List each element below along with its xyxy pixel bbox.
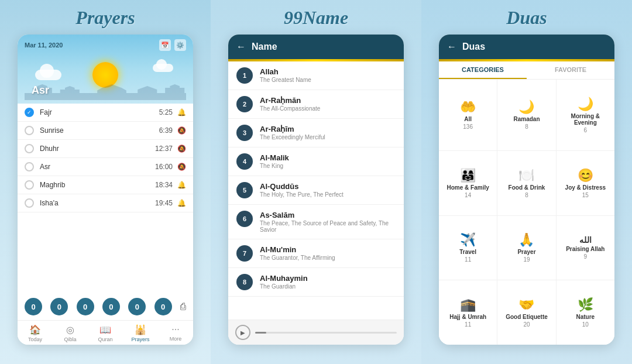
nav-quran[interactable]: 📖 Quran bbox=[88, 324, 123, 342]
nav-prayers-label: Prayers bbox=[131, 336, 149, 342]
morning-evening-icon: 🌙 bbox=[578, 97, 593, 112]
category-travel[interactable]: ✈️ Travel 11 bbox=[439, 216, 497, 280]
audio-player: ▶ bbox=[228, 320, 404, 345]
name-item-3[interactable]: 3 Ar-Raḥīm The Exceedingly Merciful bbox=[228, 119, 404, 147]
name-num-8: 8 bbox=[236, 274, 253, 290]
category-morning-evening[interactable]: 🌙 Morning & Evening 6 bbox=[557, 80, 614, 150]
name-item-1[interactable]: 1 Allah The Greatest Name bbox=[228, 61, 404, 90]
duas-categories-grid: 🤲 All 136 🌙 Ramadan 8 🌙 Morning & Evenin… bbox=[439, 80, 614, 345]
category-all[interactable]: 🤲 All 136 bbox=[439, 80, 497, 150]
maghrib-check[interactable] bbox=[25, 180, 34, 190]
name-list: 1 Allah The Greatest Name 2 Ar-Raḥmān Th… bbox=[228, 61, 404, 320]
nav-today-label: Today bbox=[28, 336, 42, 342]
category-hajj[interactable]: 🕋 Hajj & Umrah 11 bbox=[439, 280, 497, 345]
name-arabic-5: Al-Quddūs bbox=[260, 182, 396, 191]
more-icon: ··· bbox=[171, 324, 179, 335]
dhuhr-check[interactable] bbox=[25, 144, 34, 153]
settings-icon[interactable]: ⚙️ bbox=[174, 39, 186, 51]
category-morning-name: Morning & Evening bbox=[560, 113, 611, 126]
asr-name: Asr bbox=[40, 163, 155, 171]
category-morning-count: 6 bbox=[584, 127, 588, 133]
category-joy-distress[interactable]: 😊 Joy & Distress 15 bbox=[557, 151, 614, 215]
tab-categories[interactable]: CATEGORIES bbox=[439, 61, 527, 79]
name-num-6: 6 bbox=[236, 211, 253, 227]
maghrib-bell[interactable]: 🔔 bbox=[177, 181, 186, 189]
calendar-icon[interactable]: 📅 bbox=[159, 39, 171, 51]
category-all-count: 136 bbox=[463, 123, 473, 130]
category-food-count: 8 bbox=[525, 192, 528, 198]
nav-qibla-label: Qibla bbox=[64, 336, 76, 342]
name-back-button[interactable]: ← bbox=[236, 42, 246, 52]
dhuhr-time: 12:37 bbox=[155, 145, 173, 153]
category-home-count: 14 bbox=[465, 192, 471, 198]
food-drink-icon: 🍽️ bbox=[518, 168, 534, 183]
name-item-7[interactable]: 7 Al-Mu'min The Guarantor, The Affirming bbox=[228, 239, 404, 268]
maghrib-time: 18:34 bbox=[155, 181, 173, 189]
prayers-date: Mar 11, 2020 bbox=[25, 42, 63, 49]
asr-check[interactable] bbox=[25, 162, 34, 171]
quran-icon: 📖 bbox=[99, 324, 111, 335]
progress-bar[interactable] bbox=[255, 332, 397, 334]
ishaa-check[interactable] bbox=[25, 198, 34, 208]
category-nature[interactable]: 🌿 Nature 10 bbox=[557, 280, 614, 345]
name-title: 99Name bbox=[284, 7, 348, 29]
prayer-maghrib[interactable]: Maghrib 18:34 🔔 bbox=[18, 176, 193, 194]
sunrise-check[interactable] bbox=[25, 126, 34, 135]
share-icon[interactable]: ⎙ bbox=[180, 301, 186, 312]
tab-favorite[interactable]: FAVORITE bbox=[527, 61, 614, 79]
category-home-family[interactable]: 👨‍👩‍👧 Home & Family 14 bbox=[439, 151, 497, 215]
play-button[interactable]: ▶ bbox=[235, 325, 250, 340]
counter-4[interactable]: 0 bbox=[102, 298, 120, 315]
bottom-nav: 🏠 Today ◎ Qibla 📖 Quran 🕌 Prayers ··· Mo… bbox=[18, 320, 193, 345]
category-joy-name: Joy & Distress bbox=[565, 184, 606, 191]
prayers-header-icons: 📅 ⚙️ bbox=[159, 39, 186, 51]
nav-more[interactable]: ··· More bbox=[158, 324, 193, 342]
counter-1[interactable]: 0 bbox=[25, 298, 42, 315]
counter-3[interactable]: 0 bbox=[77, 298, 94, 315]
nav-prayers[interactable]: 🕌 Prayers bbox=[123, 324, 158, 342]
name-item-5[interactable]: 5 Al-Quddūs The Holy, The Pure, The Perf… bbox=[228, 176, 404, 205]
travel-icon: ✈️ bbox=[460, 232, 476, 248]
prayer-ishaa[interactable]: Isha'a 19:45 🔔 bbox=[18, 194, 193, 212]
name-item-4[interactable]: 4 Al-Malik The King bbox=[228, 147, 404, 176]
prayer-sunrise[interactable]: Sunrise 6:39 🔕 bbox=[18, 122, 193, 140]
duas-back-button[interactable]: ← bbox=[447, 42, 456, 52]
counter-5[interactable]: 0 bbox=[128, 298, 146, 315]
name-content-4: Al-Malik The King bbox=[260, 153, 396, 169]
category-ramadan[interactable]: 🌙 Ramadan 8 bbox=[497, 80, 555, 150]
dhuhr-bell[interactable]: 🔕 bbox=[177, 145, 186, 153]
prayers-header: Mar 11, 2020 📅 ⚙️ Asr bbox=[18, 35, 193, 104]
name-item-8[interactable]: 8 Al-Muhaymin The Guardian bbox=[228, 268, 404, 297]
fajr-bell[interactable]: 🔔 bbox=[177, 108, 186, 116]
name-num-5: 5 bbox=[236, 182, 253, 198]
category-praising-allah[interactable]: الله Praising Allah 9 bbox=[557, 216, 614, 280]
category-food-drink[interactable]: 🍽️ Food & Drink 8 bbox=[497, 151, 555, 215]
asr-bell[interactable]: 🔕 bbox=[177, 163, 186, 171]
name-header: ← Name bbox=[228, 35, 404, 59]
name-content-7: Al-Mu'min The Guarantor, The Affirming bbox=[260, 245, 396, 261]
category-ramadan-name: Ramadan bbox=[513, 116, 540, 122]
name-arabic-1: Allah bbox=[260, 67, 396, 76]
counter-2[interactable]: 0 bbox=[50, 298, 68, 315]
category-good-etiquette[interactable]: 🤝 Good Etiquette 20 bbox=[497, 280, 555, 345]
category-prayer[interactable]: 🙏 Prayer 19 bbox=[497, 216, 555, 280]
counter-6[interactable]: 0 bbox=[154, 298, 172, 315]
ishaa-bell[interactable]: 🔔 bbox=[177, 199, 186, 207]
prayer-asr[interactable]: Asr 16:00 🔕 bbox=[18, 158, 193, 176]
duas-header: ← Duas bbox=[439, 35, 614, 59]
fajr-name: Fajr bbox=[40, 108, 159, 116]
prayer-dhuhr[interactable]: Dhuhr 12:37 🔕 bbox=[18, 140, 193, 158]
nav-qibla[interactable]: ◎ Qibla bbox=[53, 324, 88, 342]
nav-today[interactable]: 🏠 Today bbox=[18, 324, 53, 342]
name-num-4: 4 bbox=[236, 153, 253, 170]
name-content-3: Ar-Raḥīm The Exceedingly Merciful bbox=[260, 125, 396, 140]
prayers-topbar: Mar 11, 2020 📅 ⚙️ bbox=[25, 39, 186, 51]
name-item-6[interactable]: 6 As-Salām The Peace, The Source of Peac… bbox=[228, 205, 404, 239]
name-meaning-1: The Greatest Name bbox=[260, 77, 396, 83]
duas-phone-card: ← Duas CATEGORIES FAVORITE 🤲 All 136 🌙 R… bbox=[439, 35, 614, 345]
prayer-fajr[interactable]: Fajr 5:25 🔔 bbox=[18, 104, 193, 122]
name-item-2[interactable]: 2 Ar-Raḥmān The All-Compassionate bbox=[228, 90, 404, 119]
fajr-check[interactable] bbox=[25, 108, 34, 117]
category-travel-name: Travel bbox=[459, 249, 476, 255]
sunrise-bell[interactable]: 🔕 bbox=[177, 126, 186, 135]
